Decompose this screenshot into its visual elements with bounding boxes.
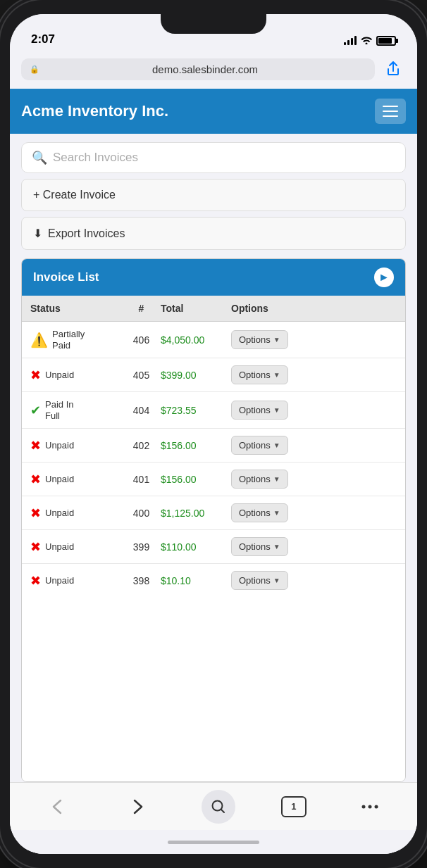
- options-button[interactable]: Options ▼: [231, 571, 288, 590]
- options-label: Options: [239, 405, 271, 415]
- invoice-total: $10.10: [161, 575, 231, 586]
- error-icon: ✖: [30, 573, 41, 589]
- options-button[interactable]: Options ▼: [231, 330, 288, 349]
- export-icon: ⬇: [33, 227, 42, 240]
- app-title: Acme Inventory Inc.: [21, 102, 168, 120]
- col-options: Options: [231, 303, 397, 314]
- col-status: Status: [30, 303, 122, 314]
- invoice-number: 400: [122, 508, 161, 519]
- options-label: Options: [239, 440, 271, 451]
- table-row: ✔ Paid InFull 404 $723.55 Options ▼: [22, 392, 405, 429]
- table-row: ✖ Unpaid 402 $156.00 Options ▼: [22, 429, 405, 463]
- invoice-number: 406: [122, 334, 161, 346]
- invoice-total: $1,125.00: [161, 508, 231, 519]
- app-content: Acme Inventory Inc. 🔍 Search Invoices + …: [10, 89, 417, 854]
- search-button[interactable]: [202, 790, 235, 824]
- error-icon: ✖: [30, 367, 41, 383]
- search-input[interactable]: Search Invoices: [53, 151, 138, 165]
- status-cell: ✖ Unpaid: [30, 438, 122, 453]
- table-row: ✖ Unpaid 398 $10.10 Options ▼: [22, 564, 405, 597]
- invoice-number: 404: [122, 405, 161, 416]
- status-label: Unpaid: [45, 440, 74, 451]
- app-header: Acme Inventory Inc.: [10, 89, 417, 134]
- status-cell: ⚠️ PartiallyPaid: [30, 329, 122, 351]
- status-label: Unpaid: [45, 370, 74, 381]
- search-container: 🔍 Search Invoices: [10, 134, 417, 179]
- options-cell: Options ▼: [231, 503, 397, 522]
- menu-line-2: [383, 111, 398, 112]
- options-label: Options: [239, 334, 271, 345]
- error-icon: ✖: [30, 438, 41, 453]
- options-button[interactable]: Options ▼: [231, 401, 288, 420]
- invoice-number: 399: [122, 541, 161, 553]
- col-number: #: [122, 303, 161, 314]
- export-invoices-button[interactable]: ⬇ Export Invoices: [21, 217, 406, 250]
- invoice-total: $156.00: [161, 440, 231, 451]
- success-icon: ✔: [30, 403, 41, 418]
- status-cell: ✖ Unpaid: [30, 573, 122, 589]
- status-cell: ✖ Unpaid: [30, 367, 122, 383]
- options-button[interactable]: Options ▼: [231, 470, 288, 489]
- error-icon: ✖: [30, 539, 41, 555]
- tabs-button[interactable]: 1: [281, 796, 307, 817]
- export-invoices-label: Export Invoices: [48, 227, 125, 240]
- share-button[interactable]: [380, 56, 406, 82]
- status-label: Unpaid: [45, 541, 74, 553]
- bottom-bar: 1: [10, 782, 417, 830]
- url-text: demo.salesbinder.com: [44, 63, 366, 75]
- status-label: Unpaid: [45, 508, 74, 519]
- menu-line-1: [383, 106, 398, 107]
- chevron-down-icon: ▼: [273, 475, 280, 483]
- chevron-down-icon: ▼: [273, 509, 280, 517]
- battery-icon: [376, 36, 396, 46]
- status-icons: [344, 35, 396, 46]
- options-cell: Options ▼: [231, 470, 397, 489]
- menu-line-3: [383, 115, 398, 117]
- url-bar: 🔒 demo.salesbinder.com: [10, 52, 417, 89]
- table-row: ✖ Unpaid 401 $156.00 Options ▼: [22, 463, 405, 496]
- options-button[interactable]: Options ▼: [231, 537, 288, 556]
- chevron-down-icon: ▼: [273, 406, 280, 414]
- invoice-table: Status # Total Options ⚠️ PartiallyPaid …: [22, 296, 405, 781]
- options-label: Options: [239, 508, 271, 518]
- options-label: Options: [239, 370, 271, 380]
- error-icon: ✖: [30, 472, 41, 487]
- search-icon: 🔍: [32, 150, 47, 165]
- status-time: 2:07: [31, 32, 55, 46]
- options-button[interactable]: Options ▼: [231, 503, 288, 522]
- invoice-total: $110.00: [161, 541, 231, 553]
- invoice-list-header: Invoice List ►: [22, 259, 405, 296]
- options-cell: Options ▼: [231, 401, 397, 420]
- error-icon: ✖: [30, 505, 41, 521]
- chevron-down-icon: ▼: [273, 371, 280, 379]
- options-label: Options: [239, 575, 271, 586]
- wifi-icon: [361, 35, 372, 46]
- options-button[interactable]: Options ▼: [231, 365, 288, 384]
- create-invoice-button[interactable]: + Create Invoice: [21, 179, 406, 211]
- back-button[interactable]: [39, 791, 75, 822]
- tab-count: 1: [291, 801, 296, 812]
- status-label: Paid InFull: [45, 399, 73, 421]
- status-cell: ✔ Paid InFull: [30, 399, 122, 421]
- options-cell: Options ▼: [231, 571, 397, 590]
- invoice-total: $156.00: [161, 474, 231, 485]
- options-cell: Options ▼: [231, 436, 397, 455]
- chevron-down-icon: ▼: [273, 441, 280, 449]
- options-button[interactable]: Options ▼: [231, 436, 288, 455]
- menu-button[interactable]: [375, 99, 406, 124]
- table-row: ✖ Unpaid 405 $399.00 Options ▼: [22, 358, 405, 392]
- status-label: Unpaid: [45, 474, 74, 485]
- chevron-down-icon: ▼: [273, 336, 280, 344]
- svg-point-1: [361, 805, 365, 808]
- forward-button[interactable]: [120, 791, 156, 822]
- svg-point-2: [368, 805, 371, 808]
- invoice-total: $399.00: [161, 370, 231, 381]
- status-label: Unpaid: [45, 575, 74, 586]
- more-button[interactable]: [352, 791, 388, 822]
- signal-icon: [344, 37, 357, 45]
- search-bar[interactable]: 🔍 Search Invoices: [21, 142, 406, 173]
- url-container[interactable]: 🔒 demo.salesbinder.com: [21, 58, 375, 80]
- invoice-list-arrow[interactable]: ►: [374, 268, 394, 287]
- options-label: Options: [239, 474, 271, 484]
- invoice-section: Invoice List ► Status # Total Options ⚠️: [21, 258, 406, 782]
